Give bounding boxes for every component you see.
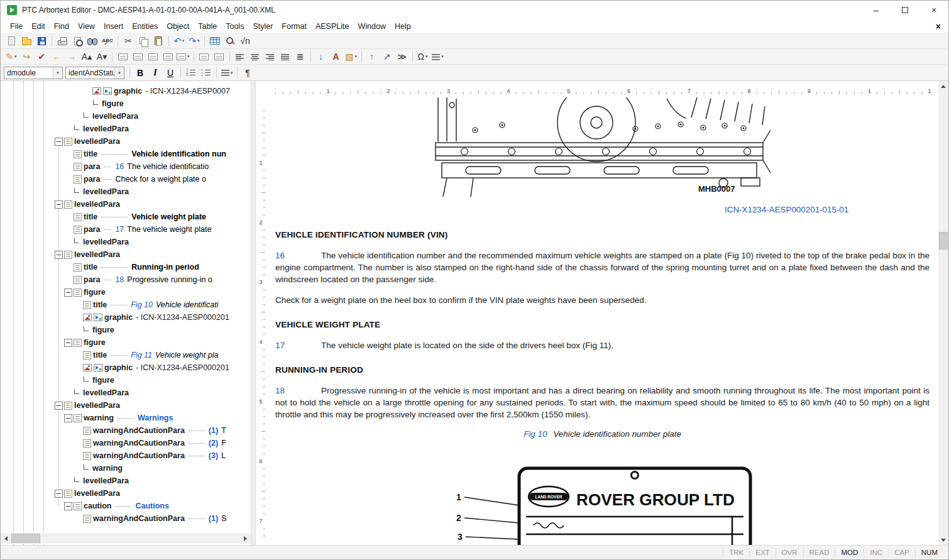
- tree-row-levelledPara[interactable]: levelledPara: [1, 475, 251, 487]
- table-cell-options-button[interactable]: ▾: [175, 50, 191, 63]
- tree-row-caution[interactable]: cautionCautions: [1, 500, 251, 512]
- show-paragraph-marks-button[interactable]: ¶: [240, 66, 255, 80]
- menu-insert[interactable]: Insert: [99, 21, 128, 32]
- scroll-down-button[interactable]: [938, 535, 948, 545]
- insert-markup-button[interactable]: ✎▾: [4, 50, 19, 63]
- tree-row-title[interactable]: titleFig 10Vehicle identificati: [1, 299, 251, 311]
- bulleted-list-button[interactable]: [199, 66, 214, 80]
- copy-button[interactable]: [136, 34, 151, 48]
- tree-row-figure[interactable]: figure: [1, 97, 251, 110]
- print-preview-button[interactable]: [70, 34, 85, 48]
- table-cells-middle-button[interactable]: [130, 50, 145, 63]
- export-entity-button[interactable]: ↑: [365, 50, 380, 63]
- status-ovr[interactable]: OVR: [776, 548, 803, 557]
- menu-format[interactable]: Format: [277, 21, 311, 32]
- frame-options-button[interactable]: [212, 50, 227, 63]
- table-cells-bottom-button[interactable]: [145, 50, 160, 63]
- tree-horizontal-scrollbar[interactable]: [1, 533, 251, 544]
- tree-row-graphic[interactable]: graphic- ICN-X1234-AESP0007: [1, 85, 251, 97]
- tree-row-warningAndCautionPara[interactable]: warningAndCautionPara(2)F: [1, 437, 251, 449]
- tree-row-warningAndCautionPara[interactable]: warningAndCautionPara(3)L: [1, 449, 251, 462]
- list-format-button[interactable]: ▾: [431, 50, 446, 63]
- tree-row-levelledPara[interactable]: levelledPara: [1, 185, 251, 198]
- import-entity-button[interactable]: ↓: [314, 50, 329, 63]
- tree-row-para[interactable]: paraCheck for a weight plate o: [1, 173, 251, 185]
- tree-row-figure[interactable]: figure: [1, 286, 251, 299]
- current-element-combo[interactable]: identAndStatu ▾: [65, 67, 124, 79]
- accept-change-button[interactable]: ✔: [34, 50, 49, 63]
- font-decrease-button[interactable]: A▾: [94, 50, 109, 63]
- menu-edit[interactable]: Edit: [27, 21, 50, 32]
- tree-row-figure[interactable]: figure: [1, 374, 251, 387]
- tree-row-para[interactable]: para18Progressive running-in o: [1, 273, 251, 286]
- spell-check-button[interactable]: ABC: [100, 34, 115, 48]
- status-cap[interactable]: CAP: [888, 548, 915, 557]
- tree-row-levelledPara[interactable]: levelledPara: [1, 236, 251, 248]
- fill-color-button[interactable]: ▧▾: [344, 50, 359, 63]
- collapse-toggle-icon[interactable]: [55, 138, 63, 146]
- status-inc[interactable]: INC: [864, 548, 888, 557]
- tree-row-title[interactable]: titleRunning-in period: [1, 261, 251, 273]
- collapse-toggle-icon[interactable]: [55, 200, 63, 209]
- menu-view[interactable]: View: [74, 21, 99, 32]
- menu-aesplite[interactable]: AESPLite: [311, 21, 354, 32]
- save-document-button[interactable]: [34, 34, 49, 48]
- equation-editor-button[interactable]: √n: [238, 34, 253, 48]
- element-style-combo[interactable]: dmodule ▾: [4, 67, 63, 79]
- chevron-down-icon[interactable]: ▾: [14, 54, 17, 59]
- special-characters-button[interactable]: Ω▾: [415, 50, 431, 63]
- scroll-right-button[interactable]: [240, 533, 251, 544]
- numbered-list-button[interactable]: [184, 66, 199, 80]
- tree-row-warningAndCautionPara[interactable]: warningAndCautionPara(1)T: [1, 424, 251, 437]
- tree-row-warningAndCautionPara[interactable]: warningAndCautionPara(1)S: [1, 512, 251, 525]
- insert-frame-button[interactable]: [197, 50, 212, 63]
- tree-row-warning[interactable]: warningWarnings: [1, 412, 251, 424]
- menu-object[interactable]: Object: [162, 21, 194, 32]
- tree-row-warning[interactable]: warning: [1, 462, 251, 475]
- scrollbar-thumb[interactable]: [11, 534, 40, 543]
- font-color-button[interactable]: A: [329, 50, 344, 63]
- scrollbar-thumb[interactable]: [939, 232, 948, 250]
- collapse-toggle-icon[interactable]: [55, 251, 63, 259]
- collapse-toggle-icon[interactable]: [55, 402, 63, 410]
- new-document-button[interactable]: [4, 34, 19, 48]
- panel-splitter[interactable]: [251, 81, 256, 545]
- status-mod[interactable]: MOD: [835, 548, 864, 557]
- status-ext[interactable]: EXT: [749, 548, 775, 557]
- tree-row-levelledPara[interactable]: levelledPara: [1, 487, 251, 500]
- chevron-down-icon[interactable]: ▾: [354, 54, 357, 59]
- collapse-toggle-icon[interactable]: [64, 502, 72, 510]
- tree-row-title[interactable]: titleVehicle identification nun: [1, 148, 251, 160]
- menu-entities[interactable]: Entities: [128, 21, 162, 32]
- tree-row-para[interactable]: para16The vehicle identificatio: [1, 160, 251, 173]
- menu-styler[interactable]: Styler: [248, 21, 277, 32]
- open-link-button[interactable]: ↗: [380, 50, 395, 63]
- tree-row-figure[interactable]: figure: [1, 324, 251, 336]
- tree-row-figure[interactable]: figure: [1, 336, 251, 349]
- cut-button[interactable]: ✂: [121, 34, 136, 48]
- close-button[interactable]: ×: [919, 1, 948, 19]
- collapse-toggle-icon[interactable]: [64, 339, 72, 347]
- tree-row-graphic[interactable]: graphic- ICN-X1234-AESP000201: [1, 361, 251, 374]
- publish-button[interactable]: ≫: [395, 50, 410, 63]
- menu-window[interactable]: Window: [353, 21, 390, 32]
- status-num[interactable]: NUM: [915, 548, 943, 557]
- font-increase-button[interactable]: A▴: [79, 50, 94, 63]
- find-button[interactable]: [85, 34, 100, 48]
- chevron-down-icon[interactable]: ▾: [53, 67, 62, 79]
- tree-row-title[interactable]: titleVehicle weight plate: [1, 211, 251, 223]
- menu-find[interactable]: Find: [50, 21, 74, 32]
- status-trk[interactable]: TRK: [723, 548, 749, 557]
- chevron-down-icon[interactable]: ▾: [425, 54, 428, 59]
- align-center-button[interactable]: [248, 50, 263, 63]
- previous-change-button[interactable]: ←: [49, 50, 64, 63]
- tree-row-levelledPara[interactable]: levelledPara: [1, 387, 251, 399]
- minimize-button[interactable]: –: [862, 1, 891, 19]
- next-change-button[interactable]: →: [64, 50, 79, 63]
- paste-button[interactable]: [151, 34, 166, 48]
- tree-row-graphic[interactable]: graphic- ICN-X1234-AESP000201: [1, 311, 251, 324]
- align-justify-button[interactable]: [278, 50, 293, 63]
- chevron-down-icon[interactable]: ▾: [231, 70, 233, 75]
- line-spacing-button[interactable]: ≣: [293, 50, 308, 63]
- italic-button[interactable]: I: [148, 66, 163, 80]
